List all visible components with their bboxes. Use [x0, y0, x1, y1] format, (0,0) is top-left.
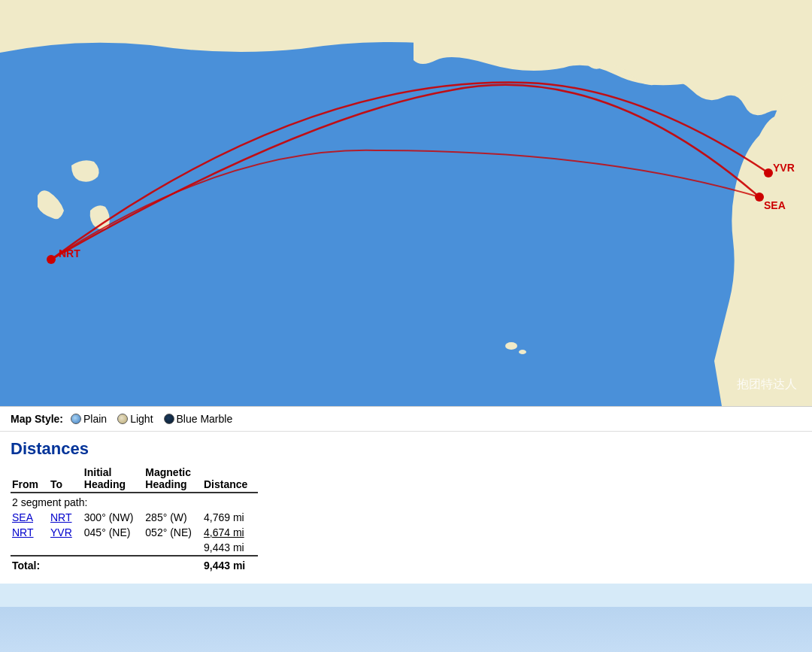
bottom-cloud — [0, 607, 812, 652]
total-label: Total: — [11, 556, 202, 573]
distances-section: Distances From To InitialHeading Magneti… — [0, 432, 812, 584]
svg-point-3 — [47, 255, 56, 264]
row1-initial: 300° (NW) — [83, 510, 144, 525]
svg-text:YVR: YVR — [773, 162, 795, 174]
total-row: Total: 9,443 mi — [11, 556, 258, 573]
globe-blue-icon — [164, 414, 174, 424]
watermark: 抱团特达人 — [737, 377, 797, 393]
svg-text:NRT: NRT — [59, 247, 80, 259]
subtotal-row: 9,443 mi — [11, 540, 258, 556]
svg-text:SEA: SEA — [764, 199, 786, 211]
style-option-light[interactable]: Light — [117, 413, 153, 425]
col-from: From — [11, 465, 49, 493]
style-option-blue-marble[interactable]: Blue Marble — [164, 413, 233, 425]
table-row: NRT YVR 045° (NE) 052° (NE) 4,674 mi — [11, 525, 258, 540]
row1-from: SEA — [11, 510, 49, 525]
globe-plain-icon — [71, 414, 81, 424]
segment-label: 2 segment path: — [11, 493, 258, 510]
col-initial-heading: InitialHeading — [83, 465, 144, 493]
globe-light-icon — [117, 414, 128, 424]
row2-distance: 4,674 mi — [202, 525, 258, 540]
map-container: NRT SEA YVR 抱团特达人 — [0, 0, 812, 406]
nrt-link-1[interactable]: NRT — [50, 511, 72, 523]
row1-to: NRT — [49, 510, 83, 525]
light-label: Light — [130, 413, 153, 425]
blue-marble-label: Blue Marble — [177, 413, 233, 425]
svg-point-1 — [505, 342, 517, 350]
yvr-link[interactable]: YVR — [50, 526, 72, 538]
distances-table: From To InitialHeading MagneticHeading D… — [11, 465, 258, 573]
plain-label: Plain — [83, 413, 107, 425]
map-style-bar: Map Style: Plain Light Blue Marble — [0, 406, 812, 432]
table-row: SEA NRT 300° (NW) 285° (W) 4,769 mi — [11, 510, 258, 525]
table-header-row: From To InitialHeading MagneticHeading D… — [11, 465, 258, 493]
sea-link[interactable]: SEA — [12, 511, 33, 523]
row1-distance: 4,769 mi — [202, 510, 258, 525]
map-style-label: Map Style: — [11, 413, 63, 425]
col-distance: Distance — [202, 465, 258, 493]
row2-from: NRT — [11, 525, 49, 540]
svg-point-5 — [755, 193, 764, 202]
row1-magnetic: 285° (W) — [144, 510, 202, 525]
map-svg: NRT SEA YVR — [0, 0, 812, 406]
row2-initial: 045° (NE) — [83, 525, 144, 540]
total-value: 9,443 mi — [202, 556, 258, 573]
nrt-link-2[interactable]: NRT — [12, 526, 34, 538]
svg-point-2 — [519, 350, 526, 354]
style-option-plain[interactable]: Plain — [71, 413, 107, 425]
col-to: To — [49, 465, 83, 493]
col-magnetic-heading: MagneticHeading — [144, 465, 202, 493]
subtotal-value: 9,443 mi — [202, 540, 258, 556]
distances-title: Distances — [11, 439, 801, 459]
row2-magnetic: 052° (NE) — [144, 525, 202, 540]
segment-label-row: 2 segment path: — [11, 493, 258, 510]
svg-point-7 — [764, 168, 773, 177]
row2-to: YVR — [49, 525, 83, 540]
